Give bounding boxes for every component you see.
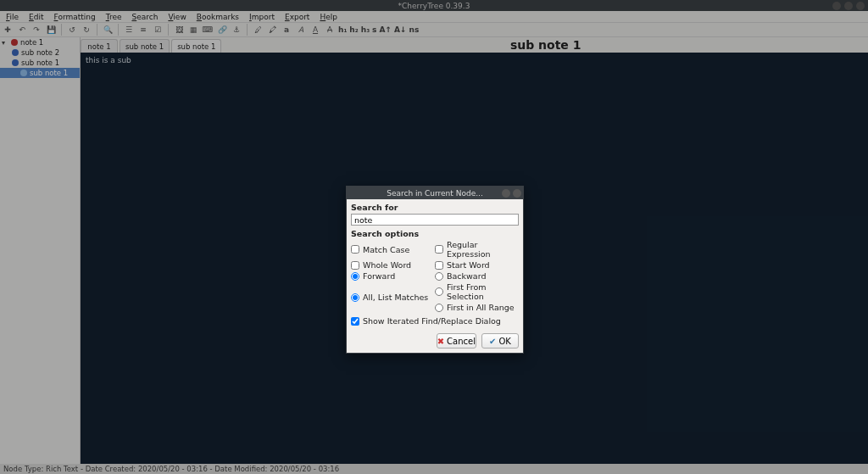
menu-formatting[interactable]: Formatting — [50, 13, 100, 21]
menu-file[interactable]: File — [2, 13, 23, 21]
toolbar-bgcolor-icon[interactable]: 🖍 — [266, 24, 278, 36]
node-icon — [20, 70, 27, 76]
opt-all-list[interactable]: All, List Matches — [351, 282, 435, 312]
node-icon — [12, 49, 19, 56]
menubar: File Edit Formatting Tree Search View Bo… — [0, 11, 868, 22]
menu-search[interactable]: Search — [127, 13, 162, 21]
dialog-minimize-icon[interactable] — [502, 189, 510, 198]
toolbar-strike-icon[interactable]: A — [324, 24, 336, 36]
opt-first-all[interactable]: First in All Range — [435, 303, 519, 312]
ok-button[interactable]: ✔OK — [481, 333, 519, 349]
cherry-icon — [11, 39, 18, 46]
tree-node-label: sub note 1 — [21, 59, 59, 67]
window-minimize-icon[interactable] — [832, 2, 841, 10]
dialog-body: Search for Search options Match Case Reg… — [347, 199, 523, 329]
search-options-label: Search options — [351, 229, 519, 238]
dialog-titlebar[interactable]: Search in Current Node... — [347, 187, 523, 199]
tree-node-label: note 1 — [20, 38, 43, 47]
opt-regex[interactable]: Regular Expression — [435, 240, 519, 259]
toolbar: ✚ ↶ ↷ 💾 ↺ ↻ 🔍 ☰ ≡ ☑ 🖼 ▦ ⌨ 🔗 ⚓ 🖊 🖍 a A A … — [0, 22, 868, 37]
search-input[interactable] — [351, 214, 519, 226]
menu-help[interactable]: Help — [315, 13, 342, 21]
toolbar-image-icon[interactable]: 🖼 — [173, 24, 185, 36]
toolbar-anchor-icon[interactable]: ⚓ — [231, 24, 242, 36]
cancel-icon: ✖ — [437, 337, 444, 346]
toolbar-italic-icon[interactable]: A — [295, 24, 307, 36]
dialog-close-icon[interactable] — [513, 189, 521, 198]
tree-node[interactable]: sub note 2 — [0, 47, 80, 58]
opt-show-iterated[interactable]: Show Iterated Find/Replace Dialog — [351, 314, 519, 326]
menu-import[interactable]: Import — [245, 13, 279, 21]
cancel-button[interactable]: ✖Cancel — [437, 333, 476, 349]
toolbar-sup-button[interactable]: A↑ — [379, 25, 392, 34]
tree-node[interactable]: sub note 1 — [0, 58, 80, 68]
tree-node-label: sub note 2 — [21, 48, 59, 57]
opt-start-word[interactable]: Start Word — [435, 260, 519, 270]
toolbar-list-num-icon[interactable]: ≡ — [137, 24, 149, 36]
search-dialog: Search in Current Node... Search for Sea… — [346, 186, 524, 354]
toolbar-sep — [118, 24, 119, 36]
node-tab[interactable]: sub note 1 — [120, 39, 170, 53]
toolbar-link-icon[interactable]: 🔗 — [216, 24, 228, 36]
toolbar-codebox-icon[interactable]: ⌨ — [202, 24, 214, 36]
opt-match-case[interactable]: Match Case — [351, 240, 435, 259]
toolbar-h2-button[interactable]: h₂ — [349, 25, 358, 34]
dialog-title: Search in Current Node... — [387, 189, 483, 198]
toolbar-small-button[interactable]: s — [372, 25, 376, 34]
toolbar-save-icon[interactable]: 💾 — [45, 24, 57, 36]
tree-node-root[interactable]: ▾ note 1 — [0, 37, 80, 47]
window-title: *CherryTree 0.39.3 — [398, 2, 470, 10]
toolbar-table-icon[interactable]: ▦ — [187, 24, 199, 36]
node-tab-active[interactable]: sub note 1 — [171, 39, 221, 53]
expand-icon[interactable]: ▾ — [2, 39, 8, 47]
toolbar-sep — [168, 24, 169, 36]
window-titlebar: *CherryTree 0.39.3 — [0, 0, 868, 11]
tree-node-label: sub note 1 — [30, 69, 68, 77]
toolbar-bold-icon[interactable]: a — [281, 24, 292, 36]
search-for-label: Search for — [351, 203, 519, 212]
opt-forward[interactable]: Forward — [351, 271, 435, 281]
opt-backward[interactable]: Backward — [435, 271, 519, 281]
toolbar-fwd-icon[interactable]: ↷ — [31, 24, 42, 36]
menu-tree[interactable]: Tree — [102, 13, 126, 21]
menu-export[interactable]: Export — [281, 13, 314, 21]
toolbar-sep — [97, 24, 97, 36]
tree-node-selected[interactable]: sub note 1 — [0, 68, 80, 78]
toolbar-sep — [247, 24, 248, 36]
window-close-icon[interactable] — [856, 2, 865, 10]
node-tab[interactable]: note 1 — [81, 39, 118, 53]
menu-view[interactable]: View — [164, 13, 190, 21]
toolbar-color-icon[interactable]: 🖊 — [252, 24, 264, 36]
ok-icon: ✔ — [489, 337, 496, 346]
statusbar: Node Type: Rich Text - Date Created: 202… — [0, 464, 868, 474]
toolbar-sub-button[interactable]: A↓ — [394, 25, 407, 34]
search-options-grid: Match Case Regular Expression Whole Word… — [351, 240, 519, 326]
toolbar-undo-icon[interactable]: ↺ — [66, 24, 78, 36]
opt-first-sel[interactable]: First From Selection — [435, 282, 519, 301]
node-title: sub note 1 — [223, 37, 868, 53]
toolbar-underline-icon[interactable]: A — [309, 24, 321, 36]
toolbar-new-icon[interactable]: ✚ — [2, 24, 14, 36]
toolbar-ns-button[interactable]: ns — [409, 25, 419, 34]
node-tabs-row: note 1 sub note 1 sub note 1 sub note 1 — [81, 37, 868, 53]
window-maximize-icon[interactable] — [844, 2, 853, 10]
dialog-button-row: ✖Cancel ✔OK — [347, 329, 523, 353]
node-icon — [12, 59, 19, 66]
menu-edit[interactable]: Edit — [25, 13, 47, 21]
tree-panel[interactable]: ▾ note 1 sub note 2 sub note 1 sub note … — [0, 37, 81, 464]
toolbar-h1-button[interactable]: h₁ — [338, 25, 347, 34]
opt-whole-word[interactable]: Whole Word — [351, 260, 435, 270]
toolbar-h3-button[interactable]: h₃ — [361, 25, 370, 34]
toolbar-sep — [61, 24, 62, 36]
toolbar-redo-icon[interactable]: ↻ — [81, 24, 92, 36]
toolbar-zoom-icon[interactable]: 🔍 — [102, 24, 114, 36]
toolbar-list-bullet-icon[interactable]: ☰ — [123, 24, 135, 36]
menu-bookmarks[interactable]: Bookmarks — [192, 13, 243, 21]
toolbar-back-icon[interactable]: ↶ — [16, 24, 28, 36]
toolbar-list-check-icon[interactable]: ☑ — [152, 24, 164, 36]
